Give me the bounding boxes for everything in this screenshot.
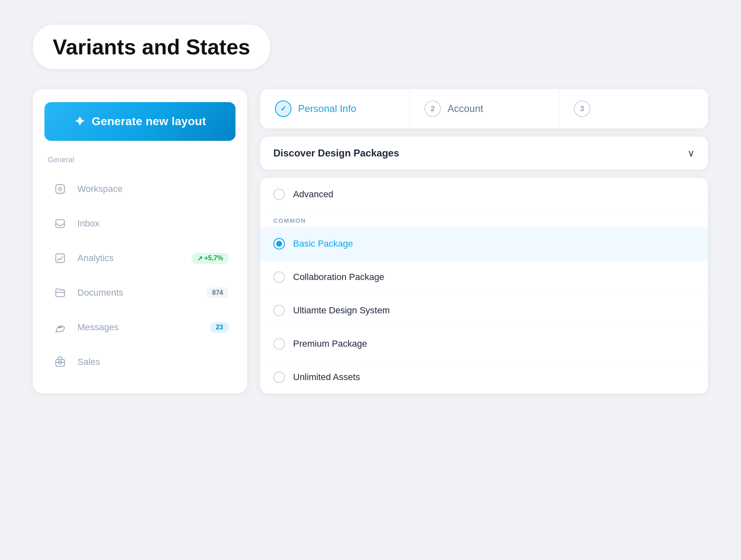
left-panel: ✦ Generate new layout General Workspace: [33, 89, 247, 393]
generate-button[interactable]: ✦ Generate new layout: [44, 102, 235, 141]
svg-point-7: [61, 327, 62, 328]
analytics-badge-value: +5,7%: [204, 254, 223, 262]
section-general-label: General: [44, 156, 235, 164]
messages-label: Messages: [77, 322, 202, 333]
page-title: Variants and States: [53, 35, 250, 59]
step-personal-info[interactable]: ✓ Personal Info: [260, 89, 410, 128]
option-unlimited-assets[interactable]: Unlimited Assets: [260, 361, 708, 394]
option-unlimited-assets-label: Unlimited Assets: [293, 372, 360, 383]
inbox-icon: [51, 215, 69, 233]
option-collaboration-package-label: Collaboration Package: [293, 272, 384, 282]
radio-premium-package[interactable]: [273, 338, 285, 350]
sidebar-item-documents[interactable]: Documents 874: [44, 276, 235, 309]
step-account[interactable]: 2 Account: [410, 89, 559, 128]
documents-label: Documents: [77, 287, 198, 298]
page-title-badge: Variants and States: [33, 25, 270, 69]
right-panel: ✓ Personal Info 2 Account 3 Discover Des…: [260, 89, 708, 394]
option-advanced[interactable]: Advanced: [260, 178, 708, 211]
main-content: ✦ Generate new layout General Workspace: [33, 89, 708, 394]
analytics-label: Analytics: [77, 253, 183, 264]
documents-icon: [51, 284, 69, 302]
step1-circle: ✓: [275, 100, 291, 117]
svg-point-5: [58, 327, 59, 328]
common-section-label: COMMON: [260, 211, 708, 227]
option-collaboration-package[interactable]: Collaboration Package: [260, 261, 708, 294]
sales-label: Sales: [77, 357, 229, 367]
documents-badge: 874: [206, 287, 229, 298]
sidebar-item-inbox[interactable]: Inbox: [44, 207, 235, 240]
analytics-badge: ↗ +5,7%: [191, 253, 229, 264]
step3-circle: 3: [574, 100, 590, 117]
option-ultimate-design-system-label: Ultiamte Design System: [293, 305, 390, 316]
radio-ultimate-design-system[interactable]: [273, 305, 285, 316]
step2-label: Account: [447, 103, 483, 114]
radio-advanced[interactable]: [273, 189, 285, 200]
sidebar-item-sales[interactable]: Sales: [44, 345, 235, 378]
svg-rect-3: [56, 254, 65, 263]
sales-icon: [51, 353, 69, 371]
option-premium-package[interactable]: Premium Package: [260, 327, 708, 361]
chevron-down-icon: ∨: [687, 147, 695, 159]
analytics-badge-arrow: ↗: [197, 254, 203, 262]
option-advanced-label: Advanced: [293, 189, 333, 200]
radio-basic-package[interactable]: [273, 238, 285, 250]
option-premium-package-label: Premium Package: [293, 338, 367, 349]
step2-circle: 2: [424, 100, 441, 117]
step-3[interactable]: 3: [559, 89, 708, 128]
packages-dropdown[interactable]: Discover Design Packages ∨: [260, 137, 708, 170]
option-basic-package-label: Basic Package: [293, 238, 353, 249]
sidebar-item-analytics[interactable]: Analytics ↗ +5,7%: [44, 242, 235, 275]
options-panel: Advanced COMMON Basic Package Collaborat…: [260, 178, 708, 394]
sidebar-item-workspace[interactable]: Workspace: [44, 173, 235, 205]
analytics-icon: [51, 249, 69, 267]
generate-button-label: Generate new layout: [92, 115, 206, 128]
workspace-label: Workspace: [77, 184, 229, 194]
inbox-label: Inbox: [77, 218, 229, 229]
dropdown-label: Discover Design Packages: [273, 147, 399, 159]
messages-badge: 23: [210, 322, 229, 333]
sparkle-icon: ✦: [74, 114, 85, 129]
stepper: ✓ Personal Info 2 Account 3: [260, 89, 708, 128]
svg-rect-8: [56, 359, 65, 366]
option-basic-package[interactable]: Basic Package: [260, 227, 708, 261]
svg-point-6: [60, 327, 61, 328]
workspace-icon: [51, 180, 69, 198]
sidebar-item-messages[interactable]: Messages 23: [44, 311, 235, 344]
radio-collaboration-package[interactable]: [273, 271, 285, 283]
svg-rect-0: [56, 185, 65, 194]
svg-rect-2: [56, 220, 65, 228]
step1-label: Personal Info: [298, 103, 356, 114]
messages-icon: [51, 318, 69, 336]
radio-unlimited-assets[interactable]: [273, 371, 285, 383]
option-ultimate-design-system[interactable]: Ultiamte Design System: [260, 294, 708, 327]
svg-point-1: [59, 188, 62, 191]
